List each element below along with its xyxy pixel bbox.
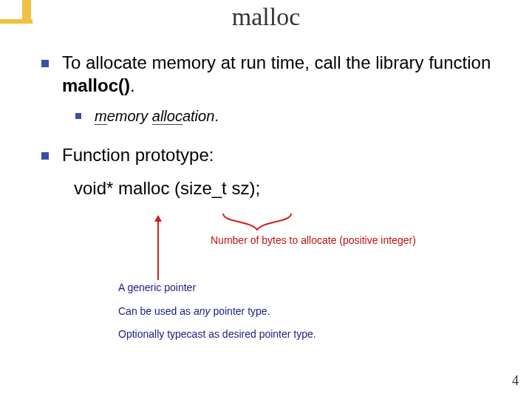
sub-ation: ation [183, 108, 214, 124]
bullet-1-post: . [130, 75, 135, 95]
note-number-bytes: Number of bytes to allocate (positive in… [211, 234, 416, 246]
brace-annotation [222, 212, 293, 233]
prototype-code: void* malloc (size_t sz); [74, 177, 510, 200]
note-generic-pointer: A generic pointer [118, 281, 316, 296]
slide: malloc To allocate memory at run time, c… [0, 0, 532, 399]
sub-m: m [95, 108, 107, 125]
sub-emory: emory [107, 108, 152, 124]
bullet-icon [41, 60, 49, 67]
pointer-notes: A generic pointer Can be used as any poi… [118, 281, 316, 351]
sub-bullet-1: memory allocation. [75, 107, 510, 126]
bullet-icon [41, 152, 49, 160]
bullet-1-pre: To allocate memory at run time, call the… [62, 52, 491, 72]
bullet-2-text: Function prototype: [62, 144, 214, 167]
note-typecast: Optionally typecast as desired pointer t… [118, 327, 316, 342]
page-number: 4 [512, 373, 519, 389]
sub-period: . [215, 108, 219, 124]
note-any-post: pointer type. [211, 305, 270, 317]
slide-title: malloc [0, 3, 532, 31]
bullet-1-text: To allocate memory at run time, call the… [62, 52, 510, 97]
note-any-pre: Can be used as [118, 305, 194, 317]
sub-bullet-1-text: memory allocation. [95, 107, 219, 126]
arrow-annotation [157, 216, 159, 280]
note-any-em: any [194, 305, 211, 317]
bullet-icon [75, 113, 81, 119]
sub-alloc: alloc [152, 108, 183, 125]
note-any-type: Can be used as any pointer type. [118, 304, 316, 319]
bullet-2: Function prototype: [41, 144, 510, 167]
bullet-1: To allocate memory at run time, call the… [41, 52, 510, 97]
slide-content: To allocate memory at run time, call the… [41, 52, 510, 200]
bullet-1-bold: malloc() [62, 75, 130, 95]
